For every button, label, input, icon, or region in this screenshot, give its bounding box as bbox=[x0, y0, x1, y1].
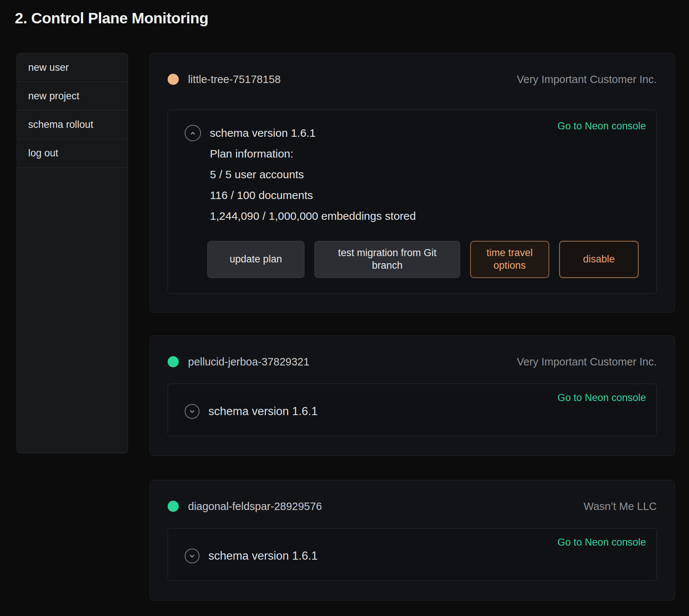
collapse-toggle[interactable] bbox=[185, 125, 201, 141]
chevron-down-icon bbox=[188, 552, 196, 560]
project-card-little-tree: little-tree-75178158 Very Important Cust… bbox=[149, 53, 675, 312]
schema-version-text: schema version 1.6.1 bbox=[208, 549, 318, 563]
expand-toggle[interactable] bbox=[185, 549, 200, 563]
project-detail-panel: Go to Neon console schema version 1.6.1 bbox=[168, 528, 657, 581]
project-detail-panel: Go to Neon console schema version 1.6.1 bbox=[168, 384, 657, 436]
neon-console-link[interactable]: Go to Neon console bbox=[557, 537, 646, 548]
project-card-pellucid-jerboa: pellucid-jerboa-37829321 Very Important … bbox=[149, 335, 675, 456]
sidebar-item-label: schema rollout bbox=[28, 119, 93, 130]
time-travel-options-button[interactable]: time travel options bbox=[470, 241, 549, 278]
project-card-header: pellucid-jerboa-37829321 Very Important … bbox=[168, 355, 657, 368]
sidebar-item-label: new user bbox=[28, 62, 69, 73]
test-migration-button[interactable]: test migration from Git branch bbox=[314, 241, 460, 278]
expand-toggle[interactable] bbox=[185, 404, 200, 419]
project-name: pellucid-jerboa-37829321 bbox=[188, 356, 309, 368]
plan-line: 5 / 5 user accounts bbox=[210, 164, 416, 185]
sidebar-item-label: new project bbox=[28, 90, 79, 102]
status-dot-icon bbox=[168, 74, 179, 85]
project-detail-panel: Go to Neon console schema version 1.6.1 … bbox=[168, 110, 657, 294]
project-name: little-tree-75178158 bbox=[188, 73, 281, 86]
project-card-header: diagonal-feldspar-28929576 Wasn’t Me LLC bbox=[168, 500, 657, 513]
project-name: diagonal-feldspar-28929576 bbox=[188, 500, 322, 513]
control-plane-screen: 2. Control Plane Monitoring new user new… bbox=[0, 0, 689, 616]
neon-console-link[interactable]: Go to Neon console bbox=[557, 392, 646, 404]
schema-version-text: schema version 1.6.1 bbox=[208, 404, 318, 419]
plan-line: 116 / 100 documents bbox=[210, 185, 416, 206]
schema-version-text: schema version 1.6.1 bbox=[210, 123, 416, 143]
customer-name: Wasn’t Me LLC bbox=[584, 500, 657, 513]
neon-console-link[interactable]: Go to Neon console bbox=[557, 120, 646, 132]
plan-info-text: schema version 1.6.1 Plan information: 5… bbox=[210, 123, 416, 226]
sidebar-item-new-project[interactable]: new project bbox=[17, 82, 128, 110]
status-dot-icon bbox=[168, 356, 179, 367]
project-card-diagonal-feldspar: diagonal-feldspar-28929576 Wasn’t Me LLC… bbox=[149, 480, 675, 600]
schema-row: schema version 1.6.1 bbox=[185, 404, 639, 419]
chevron-up-icon bbox=[189, 129, 197, 137]
sidebar-item-log-out[interactable]: log out bbox=[17, 139, 128, 168]
sidebar-item-new-user[interactable]: new user bbox=[17, 53, 128, 82]
page-title: 2. Control Plane Monitoring bbox=[15, 10, 208, 27]
plan-line: 1,244,090 / 1,000,000 embeddings stored bbox=[210, 206, 416, 226]
disable-button[interactable]: disable bbox=[559, 241, 639, 278]
customer-name: Very Important Customer Inc. bbox=[517, 356, 657, 368]
sidebar-item-label: log out bbox=[28, 148, 58, 159]
customer-name: Very Important Customer Inc. bbox=[517, 73, 657, 86]
update-plan-button[interactable]: update plan bbox=[207, 241, 304, 278]
sidebar: new user new project schema rollout log … bbox=[17, 53, 128, 453]
sidebar-item-schema-rollout[interactable]: schema rollout bbox=[17, 110, 128, 139]
status-dot-icon bbox=[168, 501, 179, 512]
chevron-down-icon bbox=[188, 407, 196, 415]
plan-line: Plan information: bbox=[210, 143, 416, 164]
schema-row: schema version 1.6.1 bbox=[185, 549, 639, 563]
project-card-header: little-tree-75178158 Very Important Cust… bbox=[168, 73, 657, 86]
schema-row: schema version 1.6.1 Plan information: 5… bbox=[185, 123, 639, 226]
plan-actions-row: update plan test migration from Git bran… bbox=[207, 241, 639, 278]
